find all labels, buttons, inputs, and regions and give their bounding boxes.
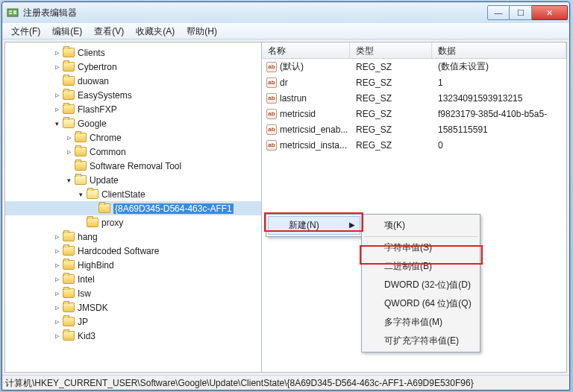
value-type: REG_SZ xyxy=(350,109,432,119)
value-type: REG_SZ xyxy=(350,93,432,104)
menu-view[interactable]: 查看(V) xyxy=(88,24,130,39)
list-pane: 名称 类型 数据 ab(默认)REG_SZ(数值未设置)abdrREG_SZ1a… xyxy=(262,42,566,372)
value-name: dr xyxy=(280,78,288,88)
value-data: (数值未设置) xyxy=(432,60,566,73)
close-button[interactable]: ✕ xyxy=(532,5,568,20)
expand-icon[interactable]: ▹ xyxy=(53,247,61,255)
folder-icon xyxy=(63,260,75,270)
context-menu[interactable]: 新建(N) ▶ xyxy=(266,214,363,237)
ctx-binary[interactable]: 二进制值(B) xyxy=(363,257,478,276)
expand-icon[interactable]: ▹ xyxy=(53,233,61,241)
tree-item-label: Update xyxy=(90,175,119,186)
collapse-icon[interactable]: ▾ xyxy=(53,119,61,127)
tree-item[interactable]: ▾ClientState xyxy=(5,187,261,201)
value-data: 13234091593913215 xyxy=(432,93,566,104)
tree-item[interactable]: ▹Cybertron xyxy=(5,60,261,74)
string-value-icon: ab xyxy=(266,62,277,72)
titlebar[interactable]: 注册表编辑器 — ☐ ✕ xyxy=(2,2,569,23)
no-expand xyxy=(77,218,85,227)
tree-item[interactable]: ▹JMSDK xyxy=(5,300,261,314)
list-row[interactable]: abmetricsid_enab...REG_SZ1585115591 xyxy=(262,121,566,137)
maximize-button[interactable]: ☐ xyxy=(510,5,532,20)
tree-item-label: Cybertron xyxy=(78,62,117,72)
expand-icon[interactable]: ▹ xyxy=(53,48,61,57)
tree-item[interactable]: ▹EasySystems xyxy=(5,88,261,102)
value-type: REG_SZ xyxy=(350,124,432,135)
tree-item[interactable]: ▹Intel xyxy=(5,272,261,286)
expand-icon[interactable]: ▹ xyxy=(53,289,61,297)
folder-icon xyxy=(63,104,75,114)
tree-item[interactable]: ▹Isw xyxy=(5,286,261,300)
tree-item[interactable]: ▹HighBind xyxy=(5,258,261,272)
app-icon xyxy=(7,7,19,19)
ctx-qword[interactable]: QWORD (64 位)值(Q) xyxy=(363,294,478,313)
ctx-multi[interactable]: 多字符串值(M) xyxy=(363,313,478,332)
list-header: 名称 类型 数据 xyxy=(262,42,566,59)
list-body[interactable]: ab(默认)REG_SZ(数值未设置)abdrREG_SZ1ablastrunR… xyxy=(262,59,566,153)
ctx-string[interactable]: 字符串值(S) xyxy=(363,238,478,257)
menu-edit[interactable]: 编辑(E) xyxy=(46,24,88,39)
window-title: 注册表编辑器 xyxy=(23,7,487,19)
ctx-expand[interactable]: 可扩充字符串值(E) xyxy=(363,332,478,350)
list-row[interactable]: abmetricsid_insta...REG_SZ0 xyxy=(262,137,566,153)
svg-rect-3 xyxy=(13,10,16,14)
folder-icon xyxy=(63,76,75,86)
tree-item[interactable]: ▹Clients xyxy=(5,45,261,60)
menu-favorites[interactable]: 收藏夹(A) xyxy=(130,24,181,39)
tree-item[interactable]: ▹Hardcoded Software xyxy=(5,244,261,258)
no-expand xyxy=(65,162,73,170)
folder-icon xyxy=(75,161,87,171)
tree-item[interactable]: Software Removal Tool xyxy=(5,159,261,173)
expand-icon[interactable]: ▹ xyxy=(53,91,61,99)
tree-item[interactable]: ▹FlashFXP xyxy=(5,102,261,116)
tree-item[interactable]: ▹Kid3 xyxy=(5,329,261,343)
expand-icon[interactable]: ▹ xyxy=(53,317,61,326)
menu-file[interactable]: 文件(F) xyxy=(5,24,46,39)
tree-item[interactable]: ▹hang xyxy=(5,230,261,244)
folder-icon xyxy=(63,331,75,341)
tree-item-label: hang xyxy=(78,232,98,242)
col-name-header[interactable]: 名称 xyxy=(262,42,350,58)
expand-icon[interactable]: ▹ xyxy=(65,133,73,142)
tree-item[interactable]: ▹Common xyxy=(5,145,261,159)
ctx-key[interactable]: 项(K) xyxy=(363,216,478,235)
expand-icon[interactable]: ▹ xyxy=(53,275,61,283)
tree-item[interactable]: ▾Google xyxy=(5,116,261,130)
context-submenu[interactable]: 项(K) 字符串值(S) 二进制值(B) DWORD (32-位)值(D) QW… xyxy=(361,214,480,353)
tree-item[interactable]: duowan xyxy=(5,74,261,88)
no-expand xyxy=(89,204,97,212)
tree-item[interactable]: proxy xyxy=(5,215,261,230)
svg-rect-1 xyxy=(9,10,12,12)
tree-item[interactable]: ▹JP xyxy=(5,314,261,329)
col-data-header[interactable]: 数据 xyxy=(432,42,566,58)
list-row[interactable]: ab(默认)REG_SZ(数值未设置) xyxy=(262,59,566,75)
tree-item[interactable]: ▾Update xyxy=(5,173,261,187)
tree-item[interactable]: ▹Chrome xyxy=(5,130,261,145)
expand-icon[interactable]: ▹ xyxy=(53,303,61,312)
folder-icon xyxy=(63,246,75,256)
tree-item[interactable]: {8A69D345-D564-463c-AFF1 xyxy=(5,201,261,215)
expand-icon[interactable]: ▹ xyxy=(65,148,73,156)
col-type-header[interactable]: 类型 xyxy=(350,42,432,58)
tree-item-label: Intel xyxy=(78,274,95,285)
minimize-button[interactable]: — xyxy=(487,5,510,20)
collapse-icon[interactable]: ▾ xyxy=(77,190,85,198)
expand-icon[interactable]: ▹ xyxy=(53,63,61,71)
tree-item-label: Kid3 xyxy=(78,331,96,341)
expand-icon[interactable]: ▹ xyxy=(53,332,61,340)
regedit-window: 注册表编辑器 — ☐ ✕ 文件(F) 编辑(E) 查看(V) 收藏夹(A) 帮助… xyxy=(1,1,570,391)
window-buttons: — ☐ ✕ xyxy=(487,5,568,20)
list-row[interactable]: ablastrunREG_SZ13234091593913215 xyxy=(262,90,566,106)
collapse-icon[interactable]: ▾ xyxy=(65,176,73,184)
list-row[interactable]: abdrREG_SZ1 xyxy=(262,75,566,90)
expand-icon[interactable]: ▹ xyxy=(53,105,61,113)
content-area: ▹Clients▹Cybertronduowan▹EasySystems▹Fla… xyxy=(4,42,567,373)
expand-icon[interactable]: ▹ xyxy=(53,261,61,269)
list-row[interactable]: abmetricsidREG_SZf9823179-385d-410b-b5a5… xyxy=(262,106,566,121)
ctx-dword[interactable]: DWORD (32-位)值(D) xyxy=(363,276,478,294)
submenu-arrow-icon: ▶ xyxy=(349,221,355,229)
tree-pane[interactable]: ▹Clients▹Cybertronduowan▹EasySystems▹Fla… xyxy=(5,42,262,372)
ctx-new[interactable]: 新建(N) ▶ xyxy=(268,216,360,235)
folder-icon xyxy=(63,48,75,57)
menu-help[interactable]: 帮助(H) xyxy=(181,24,223,39)
